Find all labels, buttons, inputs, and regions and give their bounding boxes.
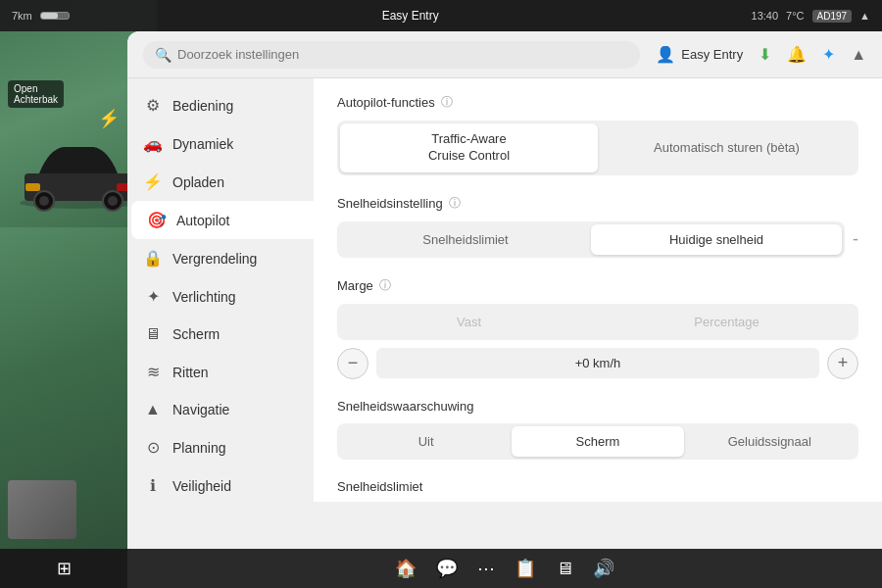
svg-point-5 <box>108 196 118 206</box>
marge-title: Marge ⓘ <box>337 277 858 294</box>
sidebar-item-label: Autopilot <box>176 213 229 228</box>
scherm-icon: 🖥 <box>143 325 163 343</box>
sidebar-item-ritten[interactable]: ≋ Ritten <box>127 353 314 391</box>
percentage-button[interactable]: Percentage <box>598 307 856 337</box>
time-label: 13:40 <box>752 10 779 22</box>
sidebar-item-bediening[interactable]: ⚙ Bediening <box>127 86 314 124</box>
easy-entry-label: Easy Entry <box>681 47 743 62</box>
lightning-icon: ⚡ <box>98 108 120 129</box>
info-icon-2[interactable]: ⓘ <box>449 195 461 212</box>
sidebar-item-label: Veiligheid <box>172 478 231 494</box>
home-taskbar-icon[interactable]: 🏠 <box>395 558 416 579</box>
search-input[interactable] <box>177 47 628 62</box>
speed-plus-button[interactable]: + <box>827 348 858 379</box>
taskbar-left: ⊞ <box>0 549 127 588</box>
car-silhouette <box>10 129 147 218</box>
status-bar-right: 13:40 7°C AD197 ▲ <box>752 10 870 23</box>
display-taskbar-icon[interactable]: 🖥 <box>556 559 573 579</box>
notification-icon[interactable]: 🔔 <box>787 45 807 64</box>
download-icon[interactable]: ⬇ <box>759 45 771 64</box>
navigatie-icon: ▲ <box>143 401 163 418</box>
bediening-icon: ⚙ <box>143 96 163 115</box>
autopilot-functies-title: Autopilot-functies ⓘ <box>337 94 858 111</box>
user-icon: 👤 <box>656 45 675 64</box>
sidebar-item-scherm[interactable]: 🖥 Scherm <box>127 316 314 353</box>
sidebar-item-label: Dynamiek <box>172 136 233 152</box>
sidebar-item-label: Ritten <box>172 365 209 380</box>
sidebar-item-autopilot[interactable]: 🎯 Autopilot <box>131 201 314 239</box>
dynamiek-icon: 🚗 <box>143 134 163 153</box>
speed-value: +0 km/h <box>376 348 819 378</box>
temp-label: 7°C <box>786 10 804 22</box>
sidebar-item-veiligheid[interactable]: ℹ Veiligheid <box>127 466 314 502</box>
uit-button[interactable]: Uit <box>340 426 512 457</box>
sidebar-item-vergrendeling[interactable]: 🔒 Vergrendeling <box>127 239 314 277</box>
search-bar[interactable]: 🔍 <box>143 41 640 69</box>
speed-control-row: − +0 km/h + <box>337 348 858 379</box>
bottom-thumbnail <box>8 480 76 539</box>
sidebar-nav: ⚙ Bediening 🚗 Dynamiek ⚡ Opladen 🎯 Autop… <box>127 78 314 502</box>
speed-minus-button[interactable]: − <box>337 348 368 379</box>
sidebar-item-label: Planning <box>172 440 226 456</box>
autopilot-icon: 🎯 <box>147 211 167 229</box>
info-icon[interactable]: ⓘ <box>441 94 453 111</box>
svg-point-3 <box>39 196 49 206</box>
sidebar-item-navigatie[interactable]: ▲ Navigatie <box>127 391 314 428</box>
distance-label: 7km <box>12 10 32 22</box>
verlichting-icon: ✦ <box>143 287 163 306</box>
planning-icon: ⊙ <box>143 438 163 457</box>
huidige-snelheid-button[interactable]: Huidige snelheid <box>591 224 842 255</box>
wifi-icon: ▲ <box>859 10 870 22</box>
snelheidswaarschuwing-section: Snelheidswaarschuwing Uit Scherm Geluids… <box>337 399 858 460</box>
sidebar-item-label: Bediening <box>172 98 233 114</box>
vast-button[interactable]: Vast <box>340 307 598 337</box>
sidebar-item-label: Navigatie <box>172 402 229 417</box>
dash-separator: - <box>853 229 858 250</box>
info-icon-3[interactable]: ⓘ <box>379 277 391 294</box>
bluetooth-icon[interactable]: ✦ <box>822 45 835 64</box>
sidebar-item-label: Opladen <box>172 174 224 190</box>
status-bar: 7km Easy Entry 13:40 7°C AD197 ▲ <box>0 0 882 31</box>
sidebar-item-label: Verlichting <box>172 289 236 305</box>
autopilot-functies-buttons: Traffic-Aware Cruise Control Automatisch… <box>337 121 858 175</box>
veiligheid-icon: ℹ <box>143 476 163 495</box>
snelheidslimiet-title: Snelheidslimiet <box>337 479 858 494</box>
status-bar-title: Easy Entry <box>81 9 740 23</box>
geluidssignaal-button[interactable]: Geluidssignaal <box>684 426 856 457</box>
svg-rect-6 <box>25 183 40 191</box>
sidebar-item-label: Scherm <box>172 326 220 342</box>
messages-taskbar-icon[interactable]: 💬 <box>436 558 458 579</box>
snelheidslimiet-section: Snelheidslimiet Relatief Absoluut <box>337 479 858 502</box>
snelheidsinstelling-buttons: Snelheidslimiet Huidige snelheid <box>337 221 845 258</box>
automatisch-sturen-button[interactable]: Automatisch sturen (bèta) <box>598 123 856 172</box>
wifi-icon[interactable]: ▲ <box>851 46 866 64</box>
search-icon: 🔍 <box>155 47 172 63</box>
vergrendeling-icon: 🔒 <box>143 249 163 268</box>
easy-entry-button[interactable]: 👤 Easy Entry <box>656 45 743 64</box>
sidebar-item-label: Vergrendeling <box>172 251 257 267</box>
sidebar-item-dynamiek[interactable]: 🚗 Dynamiek <box>127 124 314 163</box>
content-area: Autopilot-functies ⓘ Traffic-Aware Cruis… <box>314 78 882 502</box>
settings-panel: 🔍 👤 Easy Entry ⬇ 🔔 ✦ ▲ ⚙ Bediening 🚗 Dyn… <box>127 31 882 549</box>
sidebar-item-opladen[interactable]: ⚡ Opladen <box>127 163 314 201</box>
snelheidswaarschuwing-buttons: Uit Scherm Geluidssignaal <box>337 423 858 460</box>
sidebar-item-verlichting[interactable]: ✦ Verlichting <box>127 277 314 316</box>
marge-buttons: Vast Percentage <box>337 304 858 340</box>
volume-taskbar-icon[interactable]: 🔊 <box>593 558 614 579</box>
snelheidslimiet-button[interactable]: Snelheidslimiet <box>340 224 591 255</box>
speed-badge: AD197 <box>812 10 853 23</box>
autopilot-functies-section: Autopilot-functies ⓘ Traffic-Aware Cruis… <box>337 94 858 175</box>
sidebar-item-planning[interactable]: ⊙ Planning <box>127 428 314 466</box>
clipboard-taskbar-icon[interactable]: 📋 <box>514 558 536 579</box>
scherm-button[interactable]: Scherm <box>512 426 683 457</box>
app-launcher-icon[interactable]: ⊞ <box>57 558 72 579</box>
ritten-icon: ≋ <box>143 363 163 381</box>
opladen-icon: ⚡ <box>143 172 163 191</box>
dots-taskbar-icon[interactable]: ⋯ <box>477 558 495 579</box>
main-content: ⚙ Bediening 🚗 Dynamiek ⚡ Opladen 🎯 Autop… <box>127 78 882 502</box>
traffic-aware-button[interactable]: Traffic-Aware Cruise Control <box>340 123 598 172</box>
status-bar-left: 7km <box>12 10 70 22</box>
snelheidswaarschuwing-title: Snelheidswaarschuwing <box>337 399 858 414</box>
marge-section: Marge ⓘ Vast Percentage − +0 km/h + <box>337 277 858 379</box>
snelheidsinstelling-section: Snelheidsinstelling ⓘ Snelheidslimiet Hu… <box>337 195 858 258</box>
